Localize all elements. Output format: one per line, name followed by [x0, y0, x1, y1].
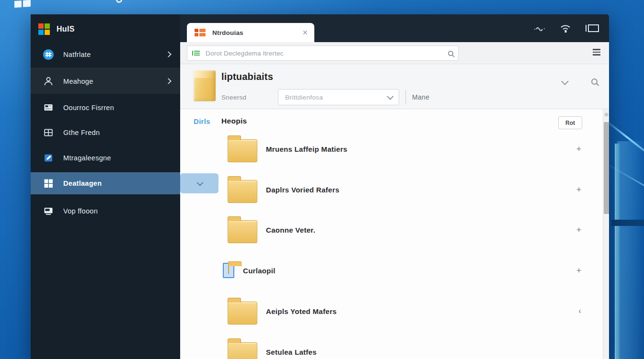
folder-name: Daplrs Voried Rafers	[266, 186, 339, 194]
sidebar-item-label: Gthe Fredn	[63, 129, 100, 136]
folder-row[interactable]: Mruens Laffeip Matiers +	[180, 129, 609, 169]
sidebar-item-gthe[interactable]: Gthe Fredn	[31, 120, 180, 145]
folder-name: Aeipls Yoted Mafers	[266, 307, 337, 315]
document-icon	[42, 101, 55, 114]
chevron-down-icon	[387, 93, 393, 100]
folder-icon	[228, 265, 229, 274]
chevron-right-icon	[165, 51, 172, 57]
sidebar-item-deatlaagen[interactable]: Deatlaagen	[31, 172, 180, 194]
content-header: liptuabiaits Sneersd Brittdienfosa Mane	[180, 64, 609, 109]
folder-name: Setulea Latfes	[266, 348, 317, 356]
chevron-left-icon[interactable]: ‹	[578, 306, 581, 316]
menu-icon[interactable]	[593, 49, 600, 56]
header-search-icon[interactable]	[591, 79, 598, 85]
edit-square-icon	[42, 152, 55, 164]
sidebar-item-label: Oourroc Fisrren	[63, 104, 114, 112]
sidebar-item-label: Meahoge	[63, 78, 93, 85]
add-icon[interactable]: +	[576, 185, 581, 194]
sidebar-item-vop[interactable]: Vop ffooon	[31, 198, 180, 224]
sidebar-item-label: Natfrlate	[63, 51, 91, 58]
sidebar-item-mtragaleesgne[interactable]: Mtragaleesgne	[31, 145, 180, 171]
divider	[405, 90, 406, 104]
folder-row[interactable]: Caonne Veter. +	[180, 210, 609, 250]
add-icon[interactable]: +	[576, 266, 581, 275]
chevron-down-icon	[196, 180, 203, 186]
selection-highlight	[223, 263, 234, 278]
search-input[interactable]	[206, 50, 448, 57]
folder-icon	[228, 302, 257, 325]
app-title: HuIS	[57, 25, 75, 34]
folder-icon	[228, 180, 257, 203]
green-list-icon	[192, 51, 200, 56]
scroll-up-icon[interactable]	[604, 112, 609, 117]
sidebar-item-oourroc[interactable]: Oourroc Fisrren	[31, 95, 180, 120]
scrollbar[interactable]	[603, 109, 609, 359]
chevron-right-icon	[165, 78, 172, 84]
folder-name: Caonne Veter.	[266, 226, 315, 234]
close-icon[interactable]: ×	[302, 28, 308, 37]
add-icon[interactable]: +	[576, 225, 581, 235]
folder-icon-large	[194, 70, 216, 101]
partial-glyph	[116, 0, 122, 3]
titlebar: Ntrdouias ×	[180, 14, 609, 42]
person-icon	[42, 75, 55, 88]
filter-dropdown[interactable]: Brittdienfosa	[278, 89, 399, 105]
search-box[interactable]	[187, 45, 459, 61]
toolbar	[180, 42, 609, 64]
sidebar-item-meahoge[interactable]: Meahoge	[31, 68, 180, 94]
folder-icon	[228, 220, 257, 243]
sidebar-item-label: Deatlaagen	[63, 180, 102, 187]
selected-item-flyout[interactable]	[180, 173, 218, 193]
app-circle-icon	[42, 48, 55, 61]
tab-ntrdouias[interactable]: Ntrdouias ×	[187, 23, 314, 42]
folder-row[interactable]: Aeipls Yoted Mafers ‹	[180, 291, 609, 331]
wallpaper-light-beam	[615, 144, 620, 359]
wallpaper-dark-band	[611, 220, 644, 226]
page-title: liptuabiaits	[221, 71, 273, 82]
windows-logo-icon	[38, 23, 50, 35]
folder-icon	[228, 139, 257, 162]
folder-icon	[228, 342, 257, 359]
sidebar-item-label: Mtragaleesgne	[63, 154, 111, 162]
tab-dirls[interactable]: Dirls	[194, 117, 210, 125]
folder-name: Mruens Laffeip Matiers	[266, 145, 347, 153]
search-icon[interactable]	[448, 51, 453, 56]
sidebar-item-label: Vop ffooon	[63, 207, 98, 215]
scroll-thumb[interactable]	[604, 122, 609, 214]
wifi-share-icon[interactable]	[559, 22, 572, 34]
add-icon[interactable]: +	[576, 144, 581, 154]
folder-row[interactable]: Daplrs Voried Rafers +	[180, 169, 609, 210]
page-subtitle: Sneersd	[221, 94, 246, 101]
wave-icon[interactable]	[533, 25, 546, 32]
tab-app-icon	[195, 29, 206, 36]
monitor-icon	[42, 205, 55, 217]
app-window: HuIS Natfrlate Meahoge Oourroc Fisrren	[31, 14, 609, 359]
dropdown-placeholder: Brittdienfosa	[285, 94, 323, 101]
titlebar-actions	[533, 14, 599, 42]
main-area: Ntrdouias ×	[180, 14, 609, 359]
windows-flag-partial-icon	[14, 0, 31, 8]
sidebar: HuIS Natfrlate Meahoge Oourroc Fisrren	[31, 14, 180, 359]
tab-label: Ntrdouias	[212, 29, 243, 36]
grid-icon	[42, 126, 55, 139]
rot-button[interactable]: Rot	[558, 116, 582, 129]
section-title: Heopis	[221, 117, 247, 125]
sidebar-item-natfrlate[interactable]: Natfrlate	[31, 42, 180, 67]
collapse-chevron-icon[interactable]	[561, 78, 569, 85]
folder-row-selected[interactable]: Curlaopil +	[180, 250, 609, 291]
folder-row[interactable]: Setulea Latfes	[180, 332, 609, 359]
folder-list: Dirls Heopis Rot Mruens Laffeip Matiers …	[180, 109, 609, 359]
window-icon[interactable]	[585, 23, 599, 33]
folder-name: Curlaopil	[243, 267, 276, 275]
more-link[interactable]: Mane	[412, 93, 429, 101]
wallpaper-glow	[617, 141, 644, 359]
app-logo-header: HuIS	[31, 18, 180, 40]
windows-icon	[42, 177, 55, 190]
